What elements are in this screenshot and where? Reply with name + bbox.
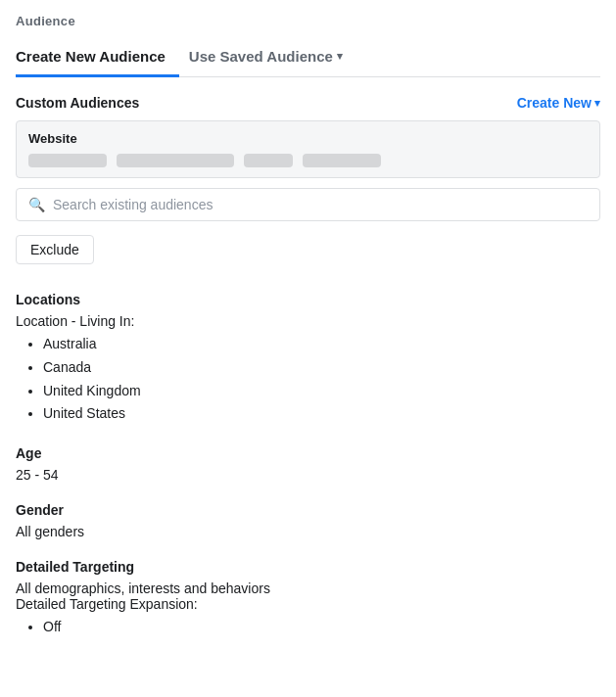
expansion-list: Off <box>16 616 600 639</box>
locations-sub-label: Location - Living In: <box>16 313 600 329</box>
website-label: Website <box>28 131 588 146</box>
locations-list: Australia Canada United Kingdom United S… <box>16 333 600 426</box>
tab-saved-arrow-icon: ▾ <box>337 50 343 63</box>
blurred-pill-1 <box>28 154 107 167</box>
exclude-button[interactable]: Exclude <box>16 235 94 264</box>
blurred-content-row <box>28 154 588 167</box>
blurred-pill-3 <box>244 154 293 167</box>
tab-saved-label: Use Saved Audience <box>189 48 333 65</box>
age-label: Age <box>16 445 600 461</box>
detailed-targeting-label: Detailed Targeting <box>16 559 600 575</box>
gender-label: Gender <box>16 502 600 518</box>
locations-section: Locations Location - Living In: Australi… <box>16 292 600 426</box>
gender-section: Gender All genders <box>16 502 600 539</box>
custom-audiences-label: Custom Audiences <box>16 95 139 111</box>
list-item: United States <box>43 402 600 426</box>
page-section-heading: Audience <box>16 0 600 38</box>
create-new-label: Create New <box>517 95 592 111</box>
list-item: Off <box>43 616 600 639</box>
gender-value: All genders <box>16 524 600 539</box>
detailed-targeting-section: Detailed Targeting All demographics, int… <box>16 559 600 639</box>
expansion-label: Detailed Targeting Expansion: <box>16 596 600 612</box>
search-icon: 🔍 <box>28 197 45 212</box>
blurred-pill-4 <box>303 154 381 167</box>
search-existing-audiences-box[interactable]: 🔍 Search existing audiences <box>16 188 600 221</box>
custom-audiences-row: Custom Audiences Create New ▾ <box>16 95 600 111</box>
search-placeholder-text: Search existing audiences <box>53 197 213 212</box>
list-item: Australia <box>43 333 600 356</box>
locations-label: Locations <box>16 292 600 307</box>
blurred-pill-2 <box>117 154 234 167</box>
create-new-arrow-icon: ▾ <box>594 97 600 110</box>
create-new-button[interactable]: Create New ▾ <box>517 95 600 111</box>
age-section: Age 25 - 54 <box>16 445 600 483</box>
tab-use-saved-audience[interactable]: Use Saved Audience ▾ <box>189 38 356 77</box>
list-item: United Kingdom <box>43 380 600 403</box>
website-box: Website <box>16 120 600 178</box>
detailed-targeting-value: All demographics, interests and behavior… <box>16 581 600 596</box>
age-value: 25 - 54 <box>16 467 600 483</box>
tab-create-new-audience[interactable]: Create New Audience <box>16 38 179 77</box>
list-item: Canada <box>43 356 600 380</box>
tabs-container: Create New Audience Use Saved Audience ▾ <box>16 38 600 77</box>
